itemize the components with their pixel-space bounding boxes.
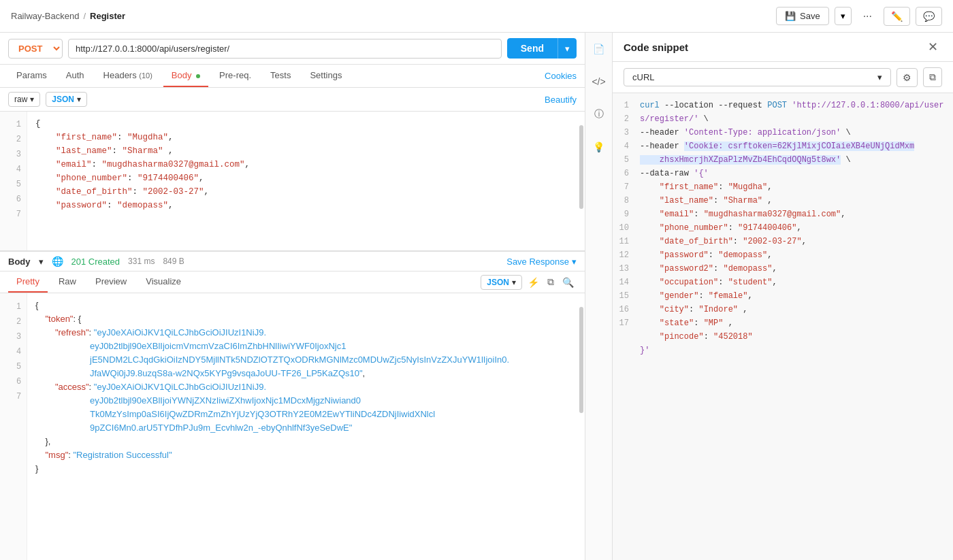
json-format-label: JSON (52, 95, 74, 104)
send-btn-group: Send ▾ (507, 38, 577, 59)
tab-pretty[interactable]: Pretty (8, 271, 48, 293)
beautify-button[interactable]: Beautify (545, 95, 577, 105)
body-type-label: raw (14, 95, 27, 104)
top-bar: Railway-Backend / Register 💾 Save ▾ ··· … (0, 0, 953, 33)
snippet-header: Code snippet ✕ (613, 33, 953, 62)
url-bar: POST Send ▾ (0, 33, 585, 65)
filter-icon-button[interactable]: ⚡ (525, 274, 542, 291)
snip-line-11: "password2": "demopass", (640, 262, 948, 276)
snip-line-12: "occupation": "student", (640, 276, 948, 289)
resp-line-2: "token": { (35, 312, 577, 326)
snip-line-5: "first_name": "Mugdha", (640, 180, 948, 194)
tab-raw[interactable]: Raw (50, 271, 84, 293)
top-bar-actions: 💾 Save ▾ ··· ✏️ 💬 (776, 6, 942, 27)
left-panel: POST Send ▾ Params Auth Headers (10) Bod… (0, 33, 585, 560)
search-response-button[interactable]: 🔍 (560, 274, 577, 291)
request-code-content[interactable]: { "first_name": "Mugdha", "last_name": "… (27, 112, 585, 250)
body-type-caret: ▾ (30, 95, 34, 104)
tab-auth[interactable]: Auth (58, 65, 93, 87)
snip-line-8: "phone_number": "9174400406", (640, 221, 948, 235)
tab-preview[interactable]: Preview (87, 271, 135, 293)
tab-settings[interactable]: Settings (302, 65, 350, 87)
resp-line-7: } (35, 462, 577, 476)
save-response-button[interactable]: Save Response ▾ (506, 257, 577, 267)
breadcrumb-parent: Railway-Backend (11, 11, 79, 21)
chevron-down-icon[interactable]: ▾ (39, 257, 44, 267)
sidebar-icon-code[interactable]: </> (588, 71, 610, 93)
send-button[interactable]: Send (507, 38, 558, 59)
sidebar-icon-bulb[interactable]: 💡 (588, 136, 610, 158)
response-header: Body ▾ 🌐 201 Created 331 ms 849 B Save R… (0, 252, 585, 271)
resp-line-1: { (35, 299, 577, 312)
response-body[interactable]: 1234567 { "token": { "refresh": "eyJ0eXA… (0, 293, 585, 560)
save-label: Save (800, 11, 820, 21)
snip-line-2: --header 'Content-Type: application/json… (640, 126, 948, 139)
code-line-5: "phone_number": "9174400406", (35, 171, 577, 185)
snippet-code-content[interactable]: curl --location --request POST 'http://1… (634, 99, 953, 555)
copy-snippet-button[interactable]: ⧉ (923, 67, 942, 87)
snip-line-6: "last_name": "Sharma" , (640, 194, 948, 208)
more-button[interactable]: ··· (857, 6, 878, 27)
right-panel: 📄 </> ⓘ 💡 Code snippet ✕ cURL ▾ (585, 33, 953, 560)
resp-line-3: "refresh": "eyJ0eXAiOiJKV1QiLCJhbGciOiJI… (35, 326, 577, 380)
code-line-1: { (35, 117, 577, 131)
language-label: cURL (632, 72, 655, 82)
resp-line-6: "msg": "Registration Successful" (35, 448, 577, 462)
copy-response-button[interactable]: ⧉ (545, 274, 557, 291)
sidebar-icon-info[interactable]: ⓘ (588, 103, 610, 125)
snip-line-7: "email": "mugdhasharma0327@gmail.com", (640, 208, 948, 221)
language-select[interactable]: cURL ▾ (624, 68, 891, 86)
send-dropdown-button[interactable]: ▾ (558, 38, 577, 59)
comment-icon-button[interactable]: 💬 (916, 7, 942, 26)
tab-tests[interactable]: Tests (262, 65, 299, 87)
tab-visualize[interactable]: Visualize (138, 271, 189, 293)
save-response-label: Save Response (506, 257, 569, 267)
response-tabs: Pretty Raw Preview Visualize JSON ▾ ⚡ ⧉ … (0, 271, 585, 293)
body-options: raw ▾ JSON ▾ Beautify (0, 88, 585, 112)
tab-body[interactable]: Body (163, 65, 208, 87)
save-icon: 💾 (785, 11, 796, 21)
code-line-7: "password": "demopass", (35, 199, 577, 212)
response-size: 849 B (163, 257, 184, 266)
sidebar-icon-page[interactable]: 📄 (588, 38, 610, 60)
snippet-code-area[interactable]: 123456 789101112 1314151617 curl --locat… (613, 93, 953, 560)
response-section: Body ▾ 🌐 201 Created 331 ms 849 B Save R… (0, 251, 585, 560)
json-caret: ▾ (77, 95, 81, 104)
edit-icon-button[interactable]: ✏️ (884, 7, 910, 26)
breadcrumb-separator: / (83, 11, 86, 21)
close-button[interactable]: ✕ (924, 38, 942, 56)
snippet-toolbar: cURL ▾ ⚙ ⧉ (613, 62, 953, 93)
cookies-button[interactable]: Cookies (545, 71, 577, 81)
method-select[interactable]: POST (8, 39, 63, 59)
body-type-select[interactable]: raw ▾ (8, 92, 40, 107)
settings-button[interactable]: ⚙ (897, 68, 918, 87)
main-layout: POST Send ▾ Params Auth Headers (10) Bod… (0, 33, 953, 560)
code-line-3: "last_name": "Sharma" , (35, 144, 577, 158)
tab-prereq[interactable]: Pre-req. (211, 65, 259, 87)
language-caret: ▾ (877, 72, 882, 82)
request-code-editor[interactable]: 1234567 { "first_name": "Mugdha", "last_… (0, 112, 585, 250)
snippet-title: Code snippet (624, 42, 918, 53)
json-format-select[interactable]: JSON ▾ (46, 92, 87, 107)
breadcrumb-current: Register (90, 11, 125, 21)
tab-headers[interactable]: Headers (10) (95, 65, 161, 87)
snip-line-9: "date_of_birth": "2002-03-27", (640, 235, 948, 248)
scrollbar-indicator[interactable] (579, 125, 583, 208)
response-format-label: JSON (487, 278, 509, 287)
tab-params[interactable]: Params (8, 65, 55, 87)
save-dropdown-button[interactable]: ▾ (835, 7, 852, 25)
snip-line-13: "gender": "female", (640, 289, 948, 303)
response-body-label: Body (8, 257, 31, 267)
url-input[interactable] (68, 39, 502, 59)
response-format-select[interactable]: JSON ▾ (481, 275, 522, 290)
resp-line-5: }, (35, 435, 577, 448)
response-time: 331 ms (128, 257, 155, 266)
breadcrumb: Railway-Backend / Register (11, 11, 125, 21)
save-response-caret: ▾ (572, 257, 577, 267)
response-scrollbar[interactable] (579, 307, 583, 414)
save-button[interactable]: 💾 Save (776, 7, 829, 25)
response-code-content[interactable]: { "token": { "refresh": "eyJ0eXAiOiJKV1Q… (27, 293, 585, 560)
resp-line-4: "access": "eyJ0eXAiOiJKV1QiLCJhbGciOiJIU… (35, 380, 577, 435)
code-line-4: "email": "mugdhasharma0327@gmail.com", (35, 158, 577, 171)
response-format-caret: ▾ (512, 278, 516, 287)
